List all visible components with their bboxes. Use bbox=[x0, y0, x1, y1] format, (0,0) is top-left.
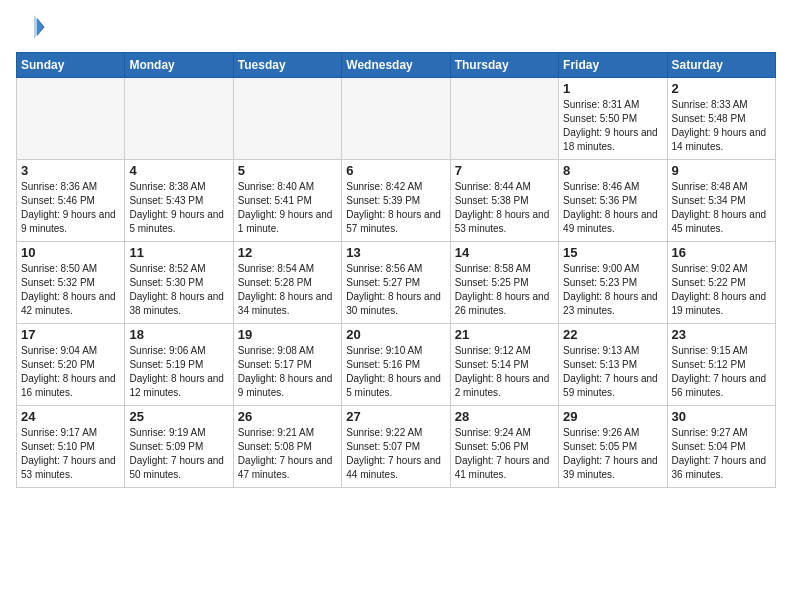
day-number-10: 10 bbox=[21, 245, 120, 260]
weekday-header-thursday: Thursday bbox=[450, 53, 558, 78]
day-cell-4: 4Sunrise: 8:38 AMSunset: 5:43 PMDaylight… bbox=[125, 160, 233, 242]
empty-cell bbox=[233, 78, 341, 160]
day-number-12: 12 bbox=[238, 245, 337, 260]
day-cell-13: 13Sunrise: 8:56 AMSunset: 5:27 PMDayligh… bbox=[342, 242, 450, 324]
day-number-6: 6 bbox=[346, 163, 445, 178]
day-cell-1: 1Sunrise: 8:31 AMSunset: 5:50 PMDaylight… bbox=[559, 78, 667, 160]
day-cell-14: 14Sunrise: 8:58 AMSunset: 5:25 PMDayligh… bbox=[450, 242, 558, 324]
day-cell-8: 8Sunrise: 8:46 AMSunset: 5:36 PMDaylight… bbox=[559, 160, 667, 242]
week-row-5: 24Sunrise: 9:17 AMSunset: 5:10 PMDayligh… bbox=[17, 406, 776, 488]
day-number-28: 28 bbox=[455, 409, 554, 424]
day-number-24: 24 bbox=[21, 409, 120, 424]
day-info-23: Sunrise: 9:15 AMSunset: 5:12 PMDaylight:… bbox=[672, 344, 771, 400]
empty-cell bbox=[17, 78, 125, 160]
day-info-11: Sunrise: 8:52 AMSunset: 5:30 PMDaylight:… bbox=[129, 262, 228, 318]
weekday-header-wednesday: Wednesday bbox=[342, 53, 450, 78]
day-cell-5: 5Sunrise: 8:40 AMSunset: 5:41 PMDaylight… bbox=[233, 160, 341, 242]
day-number-26: 26 bbox=[238, 409, 337, 424]
day-cell-9: 9Sunrise: 8:48 AMSunset: 5:34 PMDaylight… bbox=[667, 160, 775, 242]
day-cell-6: 6Sunrise: 8:42 AMSunset: 5:39 PMDaylight… bbox=[342, 160, 450, 242]
day-number-22: 22 bbox=[563, 327, 662, 342]
day-number-15: 15 bbox=[563, 245, 662, 260]
day-cell-15: 15Sunrise: 9:00 AMSunset: 5:23 PMDayligh… bbox=[559, 242, 667, 324]
day-cell-22: 22Sunrise: 9:13 AMSunset: 5:13 PMDayligh… bbox=[559, 324, 667, 406]
day-number-3: 3 bbox=[21, 163, 120, 178]
day-info-28: Sunrise: 9:24 AMSunset: 5:06 PMDaylight:… bbox=[455, 426, 554, 482]
day-info-3: Sunrise: 8:36 AMSunset: 5:46 PMDaylight:… bbox=[21, 180, 120, 236]
week-row-1: 1Sunrise: 8:31 AMSunset: 5:50 PMDaylight… bbox=[17, 78, 776, 160]
weekday-header-saturday: Saturday bbox=[667, 53, 775, 78]
day-cell-10: 10Sunrise: 8:50 AMSunset: 5:32 PMDayligh… bbox=[17, 242, 125, 324]
logo bbox=[16, 12, 50, 42]
day-cell-2: 2Sunrise: 8:33 AMSunset: 5:48 PMDaylight… bbox=[667, 78, 775, 160]
day-cell-27: 27Sunrise: 9:22 AMSunset: 5:07 PMDayligh… bbox=[342, 406, 450, 488]
day-number-29: 29 bbox=[563, 409, 662, 424]
day-info-5: Sunrise: 8:40 AMSunset: 5:41 PMDaylight:… bbox=[238, 180, 337, 236]
day-info-25: Sunrise: 9:19 AMSunset: 5:09 PMDaylight:… bbox=[129, 426, 228, 482]
day-info-30: Sunrise: 9:27 AMSunset: 5:04 PMDaylight:… bbox=[672, 426, 771, 482]
day-info-15: Sunrise: 9:00 AMSunset: 5:23 PMDaylight:… bbox=[563, 262, 662, 318]
day-cell-7: 7Sunrise: 8:44 AMSunset: 5:38 PMDaylight… bbox=[450, 160, 558, 242]
day-info-16: Sunrise: 9:02 AMSunset: 5:22 PMDaylight:… bbox=[672, 262, 771, 318]
header bbox=[16, 12, 776, 42]
day-number-27: 27 bbox=[346, 409, 445, 424]
day-info-19: Sunrise: 9:08 AMSunset: 5:17 PMDaylight:… bbox=[238, 344, 337, 400]
day-info-18: Sunrise: 9:06 AMSunset: 5:19 PMDaylight:… bbox=[129, 344, 228, 400]
day-cell-20: 20Sunrise: 9:10 AMSunset: 5:16 PMDayligh… bbox=[342, 324, 450, 406]
day-number-2: 2 bbox=[672, 81, 771, 96]
day-cell-28: 28Sunrise: 9:24 AMSunset: 5:06 PMDayligh… bbox=[450, 406, 558, 488]
day-info-24: Sunrise: 9:17 AMSunset: 5:10 PMDaylight:… bbox=[21, 426, 120, 482]
day-info-6: Sunrise: 8:42 AMSunset: 5:39 PMDaylight:… bbox=[346, 180, 445, 236]
week-row-3: 10Sunrise: 8:50 AMSunset: 5:32 PMDayligh… bbox=[17, 242, 776, 324]
day-cell-21: 21Sunrise: 9:12 AMSunset: 5:14 PMDayligh… bbox=[450, 324, 558, 406]
day-cell-18: 18Sunrise: 9:06 AMSunset: 5:19 PMDayligh… bbox=[125, 324, 233, 406]
day-cell-29: 29Sunrise: 9:26 AMSunset: 5:05 PMDayligh… bbox=[559, 406, 667, 488]
day-cell-12: 12Sunrise: 8:54 AMSunset: 5:28 PMDayligh… bbox=[233, 242, 341, 324]
weekday-header-row: SundayMondayTuesdayWednesdayThursdayFrid… bbox=[17, 53, 776, 78]
day-info-22: Sunrise: 9:13 AMSunset: 5:13 PMDaylight:… bbox=[563, 344, 662, 400]
weekday-header-sunday: Sunday bbox=[17, 53, 125, 78]
day-number-16: 16 bbox=[672, 245, 771, 260]
day-number-21: 21 bbox=[455, 327, 554, 342]
day-info-10: Sunrise: 8:50 AMSunset: 5:32 PMDaylight:… bbox=[21, 262, 120, 318]
day-number-17: 17 bbox=[21, 327, 120, 342]
day-number-7: 7 bbox=[455, 163, 554, 178]
day-number-9: 9 bbox=[672, 163, 771, 178]
day-info-26: Sunrise: 9:21 AMSunset: 5:08 PMDaylight:… bbox=[238, 426, 337, 482]
day-cell-23: 23Sunrise: 9:15 AMSunset: 5:12 PMDayligh… bbox=[667, 324, 775, 406]
day-number-18: 18 bbox=[129, 327, 228, 342]
day-cell-24: 24Sunrise: 9:17 AMSunset: 5:10 PMDayligh… bbox=[17, 406, 125, 488]
day-number-13: 13 bbox=[346, 245, 445, 260]
day-number-23: 23 bbox=[672, 327, 771, 342]
day-cell-25: 25Sunrise: 9:19 AMSunset: 5:09 PMDayligh… bbox=[125, 406, 233, 488]
day-info-13: Sunrise: 8:56 AMSunset: 5:27 PMDaylight:… bbox=[346, 262, 445, 318]
week-row-2: 3Sunrise: 8:36 AMSunset: 5:46 PMDaylight… bbox=[17, 160, 776, 242]
day-info-20: Sunrise: 9:10 AMSunset: 5:16 PMDaylight:… bbox=[346, 344, 445, 400]
day-number-11: 11 bbox=[129, 245, 228, 260]
weekday-header-tuesday: Tuesday bbox=[233, 53, 341, 78]
day-number-4: 4 bbox=[129, 163, 228, 178]
day-info-29: Sunrise: 9:26 AMSunset: 5:05 PMDaylight:… bbox=[563, 426, 662, 482]
day-number-14: 14 bbox=[455, 245, 554, 260]
day-number-19: 19 bbox=[238, 327, 337, 342]
day-number-8: 8 bbox=[563, 163, 662, 178]
logo-icon bbox=[16, 12, 46, 42]
weekday-header-friday: Friday bbox=[559, 53, 667, 78]
day-cell-19: 19Sunrise: 9:08 AMSunset: 5:17 PMDayligh… bbox=[233, 324, 341, 406]
week-row-4: 17Sunrise: 9:04 AMSunset: 5:20 PMDayligh… bbox=[17, 324, 776, 406]
empty-cell bbox=[125, 78, 233, 160]
empty-cell bbox=[342, 78, 450, 160]
calendar-table: SundayMondayTuesdayWednesdayThursdayFrid… bbox=[16, 52, 776, 488]
day-number-1: 1 bbox=[563, 81, 662, 96]
day-info-21: Sunrise: 9:12 AMSunset: 5:14 PMDaylight:… bbox=[455, 344, 554, 400]
day-info-12: Sunrise: 8:54 AMSunset: 5:28 PMDaylight:… bbox=[238, 262, 337, 318]
day-cell-11: 11Sunrise: 8:52 AMSunset: 5:30 PMDayligh… bbox=[125, 242, 233, 324]
day-info-27: Sunrise: 9:22 AMSunset: 5:07 PMDaylight:… bbox=[346, 426, 445, 482]
day-info-4: Sunrise: 8:38 AMSunset: 5:43 PMDaylight:… bbox=[129, 180, 228, 236]
day-info-8: Sunrise: 8:46 AMSunset: 5:36 PMDaylight:… bbox=[563, 180, 662, 236]
page: SundayMondayTuesdayWednesdayThursdayFrid… bbox=[0, 0, 792, 496]
day-cell-30: 30Sunrise: 9:27 AMSunset: 5:04 PMDayligh… bbox=[667, 406, 775, 488]
day-info-2: Sunrise: 8:33 AMSunset: 5:48 PMDaylight:… bbox=[672, 98, 771, 154]
day-number-20: 20 bbox=[346, 327, 445, 342]
day-cell-17: 17Sunrise: 9:04 AMSunset: 5:20 PMDayligh… bbox=[17, 324, 125, 406]
